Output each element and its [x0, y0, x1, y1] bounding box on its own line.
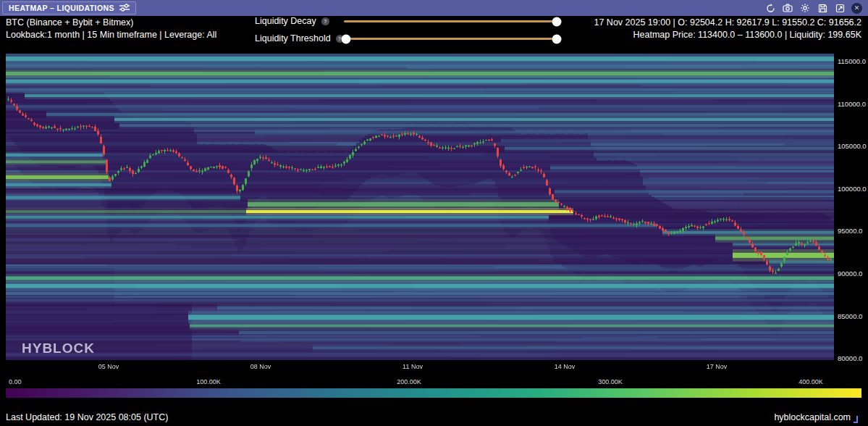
- liquidity-threshold-slider[interactable]: [344, 38, 557, 40]
- colorbar-label: 400.00K: [799, 378, 823, 385]
- x-axis-label: 05 Nov: [98, 363, 119, 370]
- y-axis-label: 95000.0: [838, 227, 862, 235]
- camera-icon[interactable]: [782, 2, 793, 14]
- liquidity-threshold-max-handle[interactable]: [552, 34, 562, 43]
- page-title: HEATMAP – LIQUIDATIONS: [9, 4, 114, 12]
- liquidity-threshold-label-row: Liquidity Threshold ?: [255, 33, 344, 43]
- liquidation-heatmap-app: HEATMAP – LIQUIDATIONS: [0, 0, 868, 426]
- instrument-info: BTC (Binance + Bybit + Bitmex) Lookback:…: [6, 17, 216, 41]
- y-axis-label: 85000.0: [838, 312, 862, 320]
- hyblock-watermark: HYBLOCK: [22, 341, 95, 356]
- site-link[interactable]: hyblockcapital.com: [774, 412, 851, 422]
- candle-readout: 17 Nov 2025 19:00 | O: 92504.2 H: 92617.…: [594, 17, 861, 41]
- x-axis-label: 08 Nov: [250, 363, 271, 370]
- liquidity-decay-slider[interactable]: [344, 20, 557, 22]
- colorbar-label: 100.00K: [196, 378, 221, 385]
- colorbar-label: 300.00K: [598, 378, 623, 385]
- colorbar-label: 200.00K: [397, 378, 421, 385]
- heatmap-tab[interactable]: HEATMAP – LIQUIDATIONS: [2, 1, 136, 14]
- y-axis-label: 100000.0: [838, 184, 867, 192]
- colorbar-label: 0.00: [9, 378, 22, 385]
- export-icon[interactable]: [834, 2, 846, 14]
- settings-line: Lookback:1 month | 15 Min timeframe | Le…: [6, 29, 216, 41]
- x-axis-label: 17 Nov: [707, 363, 728, 370]
- symbol-line: BTC (Binance + Bybit + Bitmex): [6, 17, 216, 28]
- close-icon[interactable]: ✕: [851, 3, 862, 14]
- save-icon[interactable]: [817, 2, 828, 14]
- y-axis-label: 115000.0: [838, 57, 866, 65]
- liquidity-threshold-min-handle[interactable]: [342, 34, 351, 43]
- liquidation-heatmap-canvas[interactable]: [6, 54, 834, 360]
- liquidity-decay-handle[interactable]: [552, 17, 562, 26]
- hover-line: Heatmap Price: 113400.0 – 113600.0 | Liq…: [594, 29, 861, 41]
- y-axis-label: 90000.0: [838, 270, 862, 277]
- y-axis-label: 110000.0: [838, 99, 866, 107]
- last-updated-text: Last Updated: 19 Nov 2025 08:05 (UTC): [6, 412, 168, 422]
- tune-icon: [119, 1, 130, 14]
- text-cursor-mark: [854, 416, 858, 423]
- liquidity-colorbar: [6, 388, 861, 398]
- ohlc-line: 17 Nov 2025 19:00 | O: 92504.2 H: 92617.…: [594, 17, 861, 28]
- x-axis-label: 11 Nov: [403, 363, 423, 370]
- liquidity-decay-info-icon[interactable]: ?: [321, 17, 329, 25]
- settings-icon[interactable]: [799, 2, 811, 14]
- y-axis-label: 80000.0: [838, 354, 862, 362]
- liquidity-decay-label: Liquidity Decay: [255, 16, 316, 26]
- y-axis-label: 105000.0: [838, 142, 867, 150]
- x-axis-label: 14 Nov: [555, 363, 576, 370]
- titlebar-actions: ✕: [764, 0, 862, 16]
- liquidity-decay-label-row: Liquidity Decay ?: [255, 16, 329, 26]
- refresh-icon[interactable]: [764, 2, 776, 14]
- title-bar: HEATMAP – LIQUIDATIONS: [0, 0, 868, 16]
- liquidity-threshold-label: Liquidity Threshold: [255, 33, 331, 43]
